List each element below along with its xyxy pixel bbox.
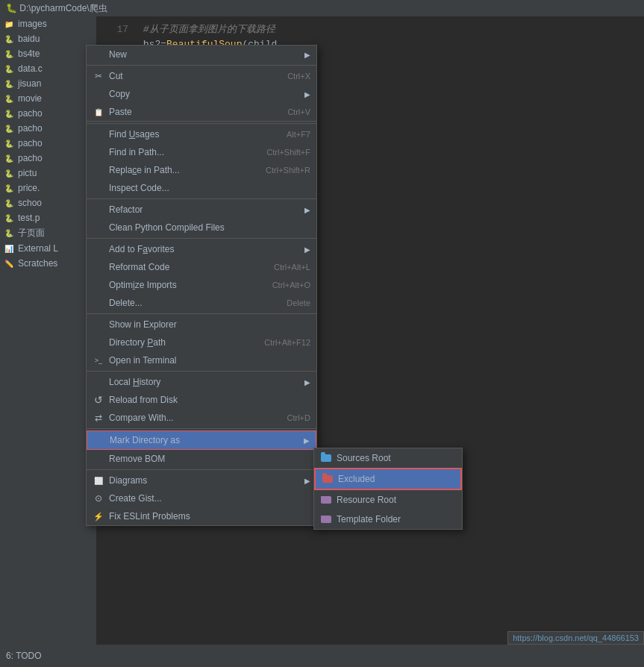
tooltip-url: https://blog.csdn.net/qq_44866153: [513, 633, 639, 642]
menu-item-mark-directory-as[interactable]: Mark Directory as ▶: [87, 430, 316, 450]
sidebar-item-pacho1[interactable]: 🐍 pacho: [0, 106, 96, 121]
code-comment: #从子页面拿到图片的下载路径: [143, 24, 275, 35]
separator: [87, 198, 316, 199]
menu-item-reload-from-disk[interactable]: Reload from Disk: [87, 391, 316, 409]
menu-item-delete[interactable]: Delete... Delete: [87, 294, 316, 312]
find-icon: [93, 128, 104, 140]
menu-item-new[interactable]: New ▶: [87, 46, 316, 63]
menu-item-add-to-favorites[interactable]: Add to Favorites ▶: [87, 240, 316, 258]
external-icon: 📊: [3, 242, 15, 254]
sidebar-item-movie[interactable]: 🐍 movie: [0, 91, 96, 106]
cut-shortcut: Ctrl+X: [287, 72, 310, 81]
sidebar-item-schoo[interactable]: 🐍 schoo: [0, 195, 96, 210]
reformat-icon: [93, 261, 104, 273]
sidebar-item-label: price.: [18, 183, 40, 193]
menu-item-clean-python-label: Clean Python Compiled Files: [109, 222, 310, 233]
menu-item-refactor[interactable]: Refactor ▶: [87, 201, 316, 219]
menu-item-open-in-terminal[interactable]: Open in Terminal: [87, 351, 316, 369]
gist-icon: [93, 492, 104, 504]
sidebar-item-label: images: [18, 19, 47, 29]
menu-item-paste[interactable]: Paste Ctrl+V: [87, 103, 316, 122]
cut-icon: [93, 70, 104, 82]
sidebar-item-pictu[interactable]: 🐍 pictu: [0, 166, 96, 181]
submenu-mark-directory: Sources Root Excluded Resource Root Temp…: [313, 448, 463, 530]
menu-item-copy-label: Copy: [109, 89, 301, 99]
menu-item-local-history[interactable]: Local History ▶: [87, 373, 316, 391]
excluded-icon: [322, 473, 334, 485]
sidebar-item-jisuan[interactable]: 🐍 jisuan: [0, 76, 96, 91]
sidebar-item-price[interactable]: 🐍 price.: [0, 181, 96, 195]
menu-item-inspect-code[interactable]: Inspect Code...: [87, 179, 316, 197]
menu-item-new-label: New: [109, 49, 301, 60]
path-icon: [93, 336, 104, 348]
sidebar-item-ziped[interactable]: 🐍 子页面: [0, 225, 96, 241]
separator: [87, 371, 316, 372]
delete-shortcut: Delete: [287, 298, 310, 307]
submenu-item-template-folder[interactable]: Template Folder: [314, 510, 462, 529]
find-usages-shortcut: Alt+F7: [287, 130, 310, 139]
menu-item-fix-eslint[interactable]: Fix ESLint Problems: [87, 507, 316, 525]
sidebar-item-label: data.c: [18, 63, 43, 74]
favorites-icon: [93, 243, 104, 255]
submenu-item-excluded[interactable]: Excluded: [314, 468, 462, 490]
menu-item-remove-bom[interactable]: Remove BOM: [87, 450, 316, 468]
sidebar-item-label: External L: [18, 243, 58, 254]
python-icon: 🐍: [3, 167, 15, 179]
menu-item-compare-with[interactable]: Compare With... Ctrl+D: [87, 409, 316, 427]
sidebar-item-label: movie: [18, 93, 42, 104]
sidebar-item-label: pacho: [18, 123, 43, 134]
submenu-item-resource-root[interactable]: Resource Root: [314, 490, 462, 510]
menu-item-diagrams[interactable]: Diagrams ▶: [87, 472, 316, 489]
sidebar-item-images[interactable]: 📁 images: [0, 16, 96, 31]
sidebar-item-label: jisuan: [18, 78, 41, 89]
top-bar: 🐛 D:\pycharmCode\爬虫: [0, 0, 644, 16]
sidebar-item-scratches[interactable]: ✏️ Scratches: [0, 256, 96, 271]
submenu-item-template-folder-label: Template Folder: [337, 514, 401, 524]
sidebar-item-pacho4[interactable]: 🐍 pacho: [0, 151, 96, 166]
menu-item-directory-path[interactable]: Directory Path Ctrl+Alt+F12: [87, 334, 316, 351]
optimize-icon: [93, 279, 104, 291]
find-path-icon: [93, 146, 104, 158]
status-left: 6: TODO: [6, 651, 42, 661]
sidebar-item-baidu[interactable]: 🐍 baidu: [0, 31, 96, 46]
menu-item-find-in-path[interactable]: Find in Path... Ctrl+Shift+F: [87, 143, 316, 161]
menu-item-compare-with-label: Compare With...: [109, 413, 272, 423]
paste-shortcut: Ctrl+V: [287, 107, 310, 116]
menu-item-reformat-code-label: Reformat Code: [109, 262, 259, 272]
menu-item-find-usages[interactable]: Find Usages Alt+F7: [87, 125, 316, 143]
menu-item-reload-from-disk-label: Reload from Disk: [109, 395, 310, 405]
menu-item-diagrams-label: Diagrams: [109, 475, 301, 486]
refresh-icon: [93, 394, 104, 406]
menu-item-reformat-code[interactable]: Reformat Code Ctrl+Alt+L: [87, 258, 316, 276]
sidebar-item-datac[interactable]: 🐍 data.c: [0, 61, 96, 76]
separator: [87, 65, 316, 66]
sidebar-item-pacho2[interactable]: 🐍 pacho: [0, 121, 96, 136]
sources-root-icon: [320, 452, 332, 464]
sidebar-item-testp[interactable]: 🐍 test.p: [0, 210, 96, 225]
diagram-icon: [93, 475, 104, 486]
folder-icon: 📁: [3, 18, 15, 30]
sidebar-item-pacho3[interactable]: 🐍 pacho: [0, 136, 96, 151]
menu-item-copy[interactable]: Copy ▶: [87, 85, 316, 103]
menu-item-inspect-code-label: Inspect Code...: [109, 183, 310, 193]
menu-item-cut-label: Cut: [109, 71, 272, 81]
separator: [87, 238, 316, 239]
optimize-imports-shortcut: Ctrl+Alt+O: [272, 281, 310, 289]
sidebar-item-external[interactable]: 📊 External L: [0, 241, 96, 256]
resource-root-icon: [320, 494, 332, 506]
submenu-item-sources-root[interactable]: Sources Root: [314, 448, 462, 468]
submenu-arrow: ▶: [304, 245, 310, 254]
menu-item-optimize-imports[interactable]: Optimize Imports Ctrl+Alt+O: [87, 276, 316, 294]
project-title: 🐛 D:\pycharmCode\爬虫: [6, 2, 107, 15]
menu-item-delete-label: Delete...: [109, 298, 272, 308]
menu-item-show-explorer-label: Show in Explorer: [109, 319, 310, 330]
scratches-icon: ✏️: [3, 257, 15, 269]
sidebar-item-bs4te[interactable]: 🐍 bs4te: [0, 46, 96, 61]
menu-item-create-gist[interactable]: Create Gist...: [87, 489, 316, 507]
menu-item-find-usages-label: Find Usages: [109, 129, 272, 140]
menu-item-cut[interactable]: Cut Ctrl+X: [87, 67, 316, 85]
status-bar: 6: TODO: [0, 645, 644, 667]
menu-item-replace-in-path[interactable]: Replace in Path... Ctrl+Shift+R: [87, 161, 316, 179]
menu-item-show-explorer[interactable]: Show in Explorer: [87, 316, 316, 334]
menu-item-clean-python[interactable]: Clean Python Compiled Files: [87, 219, 316, 237]
